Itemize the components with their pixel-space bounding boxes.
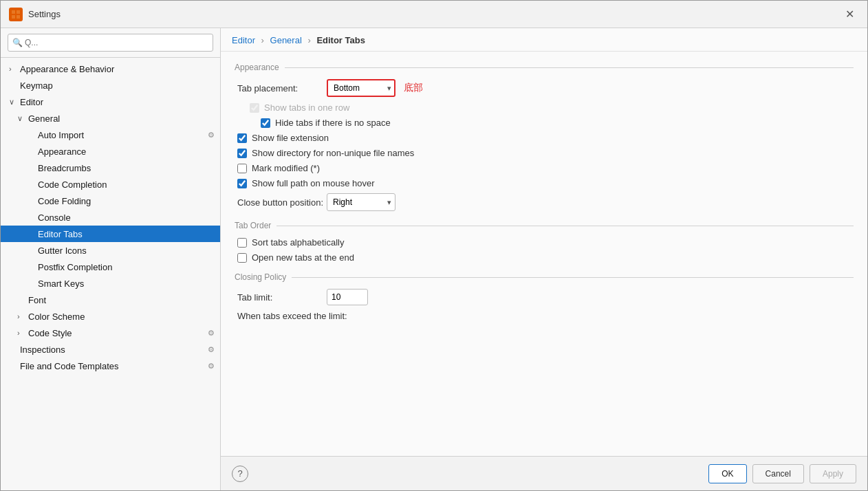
tab-placement-select[interactable]: Top Bottom None: [327, 79, 395, 97]
svg-rect-1: [17, 10, 20, 14]
close-btn-pos-select-wrap: Left Right None: [327, 193, 395, 211]
breadcrumb-editor[interactable]: Editor: [232, 35, 255, 45]
sidebar-item-editor[interactable]: ∨ Editor: [1, 94, 220, 110]
open-new-end-label: Open new tabs at the end: [252, 252, 354, 263]
mark-modified-checkbox[interactable]: [237, 164, 247, 173]
sort-alpha-checkbox[interactable]: [237, 238, 247, 248]
breadcrumb-current: Editor Tabs: [316, 35, 365, 45]
sidebar-item-label: Editor: [20, 97, 215, 107]
sidebar-item-color-scheme[interactable]: › Color Scheme: [1, 308, 220, 325]
sidebar-item-label: Keymap: [20, 80, 215, 91]
sidebar-item-gutter-icons[interactable]: › Gutter Icons: [1, 242, 220, 259]
svg-rect-2: [12, 15, 15, 19]
tab-placement-row: Tab placement: Top Bottom None 底部: [235, 79, 854, 97]
sidebar-item-code-style[interactable]: › Code Style ⚙: [1, 325, 220, 341]
sidebar-item-label: Console: [38, 212, 215, 223]
cancel-button[interactable]: Cancel: [752, 464, 804, 483]
window-title: Settings: [28, 9, 840, 19]
tab-limit-input[interactable]: [327, 289, 368, 305]
breadcrumb-sep-1: ›: [261, 35, 267, 45]
open-new-end-checkbox[interactable]: [237, 253, 247, 263]
open-new-end-row: Open new tabs at the end: [235, 252, 854, 263]
show-directory-label: Show directory for non-unique file names: [252, 148, 414, 158]
sidebar-item-label: Appearance & Behavior: [20, 64, 215, 74]
settings-window: Settings ✕ 🔍 › Appearance & Behavior ›: [0, 0, 868, 491]
hide-tabs-label: Hide tabs if there is no space: [275, 118, 391, 128]
sidebar-search-area: 🔍: [1, 28, 220, 58]
settings-body: Appearance Tab placement: Top Bottom Non…: [221, 52, 867, 456]
sidebar-item-label: Code Completion: [38, 179, 215, 190]
show-directory-checkbox[interactable]: [237, 149, 247, 158]
breadcrumb-sep-2: ›: [307, 35, 313, 45]
sidebar-item-label: Gutter Icons: [38, 246, 215, 256]
sidebar-item-breadcrumbs[interactable]: › Breadcrumbs: [1, 160, 220, 176]
sidebar-tree: › Appearance & Behavior › Keymap ∨ Edito…: [1, 58, 220, 490]
appearance-section-header: Appearance: [235, 63, 854, 72]
mark-modified-row: Mark modified (*): [235, 163, 854, 173]
sidebar-item-console[interactable]: › Console: [1, 209, 220, 226]
sidebar-item-label: Font: [28, 295, 215, 305]
show-full-path-checkbox[interactable]: [237, 179, 247, 188]
sidebar-item-code-completion[interactable]: › Code Completion: [1, 176, 220, 193]
settings-icon: ⚙: [208, 362, 215, 371]
sidebar-item-appearance-behavior[interactable]: › Appearance & Behavior: [1, 61, 220, 77]
show-full-path-row: Show full path on mouse hover: [235, 178, 854, 188]
main-content: Editor › General › Editor Tabs Appearanc…: [221, 28, 867, 490]
settings-icon: ⚙: [208, 329, 215, 338]
mark-modified-label: Mark modified (*): [252, 163, 320, 173]
sidebar-item-label: Code Folding: [38, 196, 215, 206]
sidebar-item-label: Breadcrumbs: [38, 163, 215, 173]
sidebar-item-inspections[interactable]: › Inspections ⚙: [1, 341, 220, 358]
show-tabs-one-row-checkbox[interactable]: [250, 103, 259, 113]
sidebar-item-keymap[interactable]: › Keymap: [1, 77, 220, 94]
search-input[interactable]: [8, 34, 213, 52]
sidebar-item-label: General: [28, 113, 215, 124]
sidebar-item-postfix-completion[interactable]: › Postfix Completion: [1, 259, 220, 275]
tab-limit-label: Tab limit:: [237, 292, 327, 303]
apply-button[interactable]: Apply: [810, 464, 856, 483]
settings-icon: ⚙: [208, 345, 215, 354]
close-button[interactable]: ✕: [840, 5, 859, 24]
sidebar-item-editor-tabs[interactable]: › Editor Tabs: [1, 226, 220, 242]
show-file-ext-checkbox[interactable]: [237, 133, 247, 143]
expand-icon: ∨: [9, 98, 19, 107]
tab-limit-row: Tab limit:: [235, 289, 854, 305]
svg-rect-0: [12, 10, 15, 14]
close-btn-pos-label: Close button position:: [237, 197, 327, 208]
sidebar-item-auto-import[interactable]: › Auto Import ⚙: [1, 127, 220, 143]
sidebar-item-label: Smart Keys: [38, 279, 215, 289]
sidebar-item-code-folding[interactable]: › Code Folding: [1, 193, 220, 209]
sidebar-item-font[interactable]: › Font: [1, 292, 220, 308]
hide-tabs-row: Hide tabs if there is no space: [235, 118, 854, 128]
sidebar: 🔍 › Appearance & Behavior › Keymap ∨: [1, 28, 221, 490]
hide-tabs-checkbox[interactable]: [261, 118, 270, 128]
expand-icon: ›: [17, 329, 27, 337]
close-btn-pos-row: Close button position: Left Right None: [235, 193, 854, 211]
close-btn-pos-select[interactable]: Left Right None: [327, 193, 395, 211]
sidebar-item-file-code-templates[interactable]: › File and Code Templates ⚙: [1, 358, 220, 374]
sidebar-item-label: Postfix Completion: [38, 262, 215, 272]
help-button[interactable]: ?: [232, 466, 248, 482]
sort-alpha-label: Sort tabs alphabetically: [252, 237, 344, 248]
sidebar-item-label: Code Style: [28, 328, 208, 338]
svg-rect-3: [17, 15, 20, 19]
tab-placement-annotation: 底部: [404, 82, 423, 94]
settings-icon: ⚙: [208, 131, 215, 140]
bottom-bar: ? OK Cancel Apply: [221, 456, 867, 490]
sidebar-item-label: Inspections: [20, 345, 208, 355]
sidebar-item-smart-keys[interactable]: › Smart Keys: [1, 275, 220, 292]
show-tabs-one-row-row: Show tabs in one row: [235, 102, 854, 113]
closing-policy-section-header: Closing Policy: [235, 272, 854, 282]
sidebar-item-general[interactable]: ∨ General: [1, 110, 220, 127]
title-bar: Settings ✕: [1, 1, 867, 28]
sidebar-item-appearance[interactable]: › Appearance: [1, 143, 220, 160]
expand-icon: ∨: [17, 114, 27, 123]
action-buttons: OK Cancel Apply: [708, 464, 856, 483]
show-full-path-label: Show full path on mouse hover: [252, 178, 375, 188]
breadcrumb-general[interactable]: General: [270, 35, 302, 45]
sort-alpha-row: Sort tabs alphabetically: [235, 237, 854, 248]
breadcrumb: Editor › General › Editor Tabs: [221, 28, 867, 52]
sidebar-item-label: Appearance: [38, 146, 215, 157]
ok-button[interactable]: OK: [708, 464, 746, 483]
show-file-ext-row: Show file extension: [235, 133, 854, 143]
